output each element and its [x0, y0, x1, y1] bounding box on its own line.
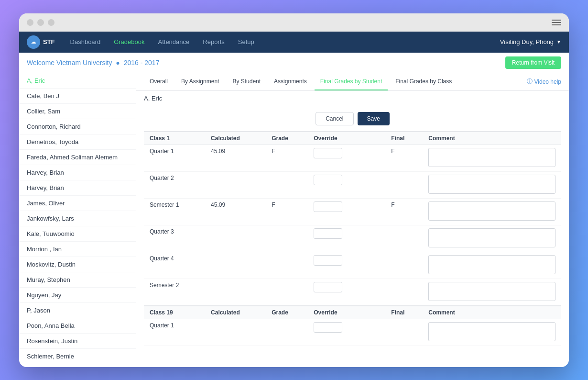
- comment-textarea-0[interactable]: [428, 148, 555, 167]
- class1-col-comment: Comment: [423, 132, 561, 145]
- sidebar-student-17[interactable]: Rosenstein, Justin: [19, 334, 136, 349]
- sidebar-student-0[interactable]: A, Eric: [19, 73, 136, 89]
- sidebar-student-16[interactable]: Poon, Anna Bella: [19, 318, 136, 334]
- university-name: Welcome Vietnam University: [27, 59, 112, 67]
- comment-cell: [423, 198, 561, 225]
- sidebar-student-2[interactable]: Collier, Sam: [19, 104, 136, 119]
- override-input-0[interactable]: [314, 148, 342, 158]
- tab-assignments[interactable]: Assignments: [268, 73, 313, 90]
- override-cell: [308, 319, 368, 346]
- save-button[interactable]: Save: [358, 112, 390, 125]
- tab-overall[interactable]: Overall: [144, 73, 174, 90]
- sidebar-student-7[interactable]: Harvey, Brian: [19, 180, 136, 196]
- class1-row-0: Quarter 1 45.09 F F: [144, 145, 561, 171]
- nav-user[interactable]: Visiting Duy, Phong ▼: [500, 38, 561, 45]
- class19-col-grade: Grade: [266, 306, 308, 319]
- override-cell: [308, 252, 368, 279]
- comment-textarea-1[interactable]: [428, 175, 555, 194]
- tab-final-grades-by-student[interactable]: Final Grades by Student: [315, 73, 388, 90]
- browser-dot-red: [27, 19, 33, 26]
- override-input-5[interactable]: [314, 282, 342, 292]
- class19-col-calculated: Calculated: [205, 306, 266, 319]
- nav-reports[interactable]: Reports: [197, 36, 230, 47]
- class1-row-3: Quarter 3: [144, 225, 561, 252]
- comment-textarea-5[interactable]: [428, 282, 555, 301]
- hamburger-icon[interactable]: [552, 20, 561, 25]
- override-cell: [308, 225, 368, 252]
- nav-setup[interactable]: Setup: [232, 36, 260, 47]
- comment-cell: [423, 171, 561, 198]
- nav-gradebook[interactable]: Gradebook: [108, 36, 150, 47]
- class19-col-override: Override: [308, 306, 368, 319]
- override-input-4[interactable]: [314, 255, 342, 266]
- sidebar-student-14[interactable]: Nguyen, Jay: [19, 288, 136, 303]
- comment-textarea-c19-0[interactable]: [428, 322, 555, 341]
- sidebar-student-5[interactable]: Fareda, Ahmed Soliman Alemem: [19, 150, 136, 165]
- calculated-value: [205, 252, 266, 279]
- nav-links: Dashboard Gradebook Attendance Reports S…: [65, 36, 500, 47]
- nav-dashboard[interactable]: Dashboard: [65, 36, 107, 47]
- class19-row-0: Quarter 1: [144, 319, 561, 346]
- sidebar-student-15[interactable]: P, Jason: [19, 303, 136, 318]
- action-buttons: Cancel Save: [136, 106, 569, 131]
- sidebar-student-11[interactable]: Morrion , Ian: [19, 242, 136, 257]
- cancel-button[interactable]: Cancel: [316, 112, 353, 125]
- sidebar-student-12[interactable]: Moskovitz, Dustin: [19, 257, 136, 272]
- sidebar-student-6[interactable]: Harvey, Brian: [19, 165, 136, 180]
- video-help-link[interactable]: ⓘ Video help: [527, 78, 562, 86]
- override-input-c19-0[interactable]: [314, 322, 342, 333]
- period-label: Quarter 1: [144, 145, 205, 171]
- nav-attendance[interactable]: Attendance: [152, 36, 196, 47]
- header-title: Welcome Vietnam University ● 2016 - 2017: [27, 59, 159, 67]
- sidebar-student-10[interactable]: Kale, Tuuwoomio: [19, 226, 136, 242]
- browser-dots: [27, 19, 54, 26]
- sidebar-student-18[interactable]: Schiemer, Bernie: [19, 349, 136, 364]
- grade-value: [266, 225, 308, 252]
- sidebar-student-9[interactable]: Jankowfsky, Lars: [19, 211, 136, 226]
- class19-header-row: Class 19 Calculated Grade Override Final…: [144, 306, 561, 319]
- override-input-3[interactable]: [314, 228, 342, 239]
- override-input-2[interactable]: [314, 201, 342, 212]
- video-help-icon: ⓘ: [527, 78, 533, 86]
- period-label: Semester 2: [144, 279, 205, 306]
- return-from-visit-button[interactable]: Return from Visit: [505, 56, 561, 69]
- calculated-value: [205, 319, 266, 346]
- tab-by-student[interactable]: By Student: [227, 73, 266, 90]
- tab-final-grades-by-class[interactable]: Final Grades by Class: [390, 73, 457, 90]
- sub-tabs-left: Overall By Assignment By Student Assignm…: [144, 73, 459, 90]
- browser-window: ☁ STF Dashboard Gradebook Attendance Rep…: [19, 13, 569, 367]
- period-label: Quarter 4: [144, 252, 205, 279]
- grade-value: [266, 279, 308, 306]
- chevron-down-icon: ▼: [556, 39, 561, 45]
- sidebar-student-4[interactable]: Demetrios, Toyoda: [19, 134, 136, 150]
- class1-title: Class 1: [144, 132, 205, 145]
- brand-text: STF: [43, 38, 55, 45]
- brand-logo: ☁: [27, 35, 40, 49]
- navbar: ☁ STF Dashboard Gradebook Attendance Rep…: [19, 32, 569, 53]
- final-value: [385, 319, 423, 346]
- class1-header-row: Class 1 Calculated Grade Override Final …: [144, 132, 561, 145]
- comment-textarea-2[interactable]: [428, 201, 555, 221]
- sidebar-student-19[interactable]: Sutton, Eloise: [19, 364, 136, 367]
- final-value: [385, 171, 423, 198]
- grade-value: [266, 171, 308, 198]
- sidebar-student-3[interactable]: Connorton, Richard: [19, 119, 136, 134]
- tab-by-assignment[interactable]: By Assignment: [175, 73, 225, 90]
- academic-year: 2016 - 2017: [124, 59, 160, 67]
- override-cell: [308, 198, 368, 225]
- comment-textarea-3[interactable]: [428, 228, 555, 247]
- override-input-1[interactable]: [314, 175, 342, 185]
- comment-cell: [423, 279, 561, 306]
- comment-cell: [423, 319, 561, 346]
- sidebar-student-1[interactable]: Cafe, Ben J: [19, 89, 136, 104]
- grade-value: F: [266, 198, 308, 225]
- sidebar-student-8[interactable]: James, Oliver: [19, 196, 136, 211]
- calculated-value: [205, 225, 266, 252]
- comment-cell: [423, 225, 561, 252]
- comment-cell: [423, 145, 561, 171]
- comment-textarea-4[interactable]: [428, 255, 555, 274]
- calculated-value: 45.09: [205, 198, 266, 225]
- sidebar-student-13[interactable]: Muray, Stephen: [19, 272, 136, 288]
- class1-row-4: Quarter 4: [144, 252, 561, 279]
- final-value: F: [385, 145, 423, 171]
